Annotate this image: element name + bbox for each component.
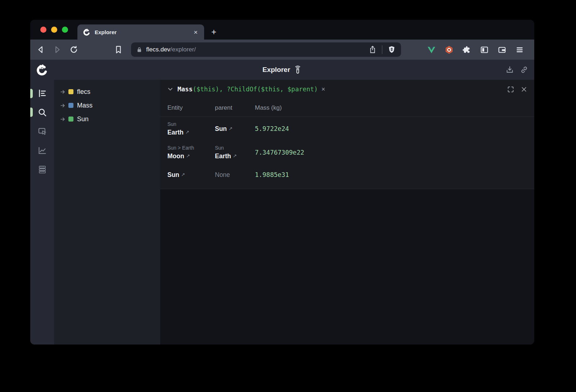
entity-link[interactable]: Earth↗	[167, 128, 215, 137]
query-header: Mass($this), ?ChildOf($this, $parent) ×	[160, 80, 534, 99]
minimize-window-button[interactable]	[51, 27, 57, 33]
entity-color-swatch	[68, 89, 73, 94]
column-header-mass: Mass (kg)	[255, 104, 534, 111]
app-header: Explorer	[30, 60, 534, 80]
header-actions	[505, 65, 528, 74]
mass-value: 7.34767309e22	[255, 149, 534, 156]
table-row: Sun > Earth Moon↗ Sun Earth↗ 7.34767309e…	[160, 141, 534, 164]
extensions-puzzle-icon[interactable]	[462, 45, 471, 54]
browser-toolbar: flecs.dev/explorer/	[30, 40, 534, 60]
entity-link[interactable]: Moon↗	[167, 151, 215, 161]
tab-title: Explorer	[95, 29, 192, 35]
vue-devtools-icon[interactable]	[427, 45, 436, 54]
maximize-window-button[interactable]	[62, 27, 68, 33]
toolbar-divider	[382, 45, 383, 54]
icon-sidebar	[30, 80, 54, 345]
fullscreen-icon[interactable]	[507, 86, 514, 93]
table-header-row: Entity parent Mass (kg)	[160, 99, 534, 117]
main-content: flecs Mass Sun	[30, 80, 534, 345]
entity-path: Sun	[167, 120, 215, 128]
extensions-area	[427, 45, 524, 54]
inspector-icon[interactable]	[37, 127, 47, 136]
tab-explorer[interactable]: Explorer ×	[77, 24, 204, 40]
external-link-icon: ↗	[185, 128, 189, 137]
chart-icon[interactable]	[37, 146, 47, 155]
tree-item-flecs[interactable]: flecs	[54, 85, 160, 99]
entity-tree-panel: flecs Mass Sun	[54, 80, 160, 345]
query-panel: Mass($this), ?ChildOf($this, $parent) × …	[160, 80, 534, 345]
share-icon[interactable]	[368, 45, 377, 54]
query-term-childof: ?ChildOf	[227, 86, 257, 93]
download-icon[interactable]	[505, 65, 514, 74]
tree-item-label: Mass	[77, 102, 93, 109]
tree-item-label: flecs	[77, 88, 90, 96]
active-indicator-search	[30, 108, 33, 117]
menu-hamburger-icon[interactable]	[515, 45, 524, 54]
query-term-args1: ($this),	[193, 86, 227, 93]
parent-link[interactable]: Sun↗	[215, 124, 255, 133]
parent-none-value: None	[215, 171, 255, 179]
query-clear-icon[interactable]: ×	[321, 86, 325, 93]
expand-arrow-icon[interactable]	[60, 89, 66, 95]
forward-icon[interactable]	[53, 45, 62, 54]
active-indicator-tree	[30, 89, 33, 98]
search-icon[interactable]	[37, 108, 47, 117]
expand-arrow-icon[interactable]	[60, 116, 66, 122]
external-link-icon: ↗	[181, 170, 185, 179]
query-panel-empty-area	[160, 189, 534, 345]
tree-item-sun[interactable]: Sun	[54, 112, 160, 126]
query-results-table: Entity parent Mass (kg) Sun Earth↗ Sun↗	[160, 99, 534, 189]
brave-shield-icon[interactable]	[387, 45, 396, 54]
url-text[interactable]: flecs.dev/explorer/	[146, 46, 368, 53]
page-title: Explorer	[262, 66, 290, 74]
entity-color-swatch	[68, 117, 73, 122]
url-path: /explorer/	[170, 46, 196, 53]
reload-icon[interactable]	[69, 45, 78, 54]
link-icon[interactable]	[520, 65, 528, 74]
address-bar[interactable]: flecs.dev/explorer/	[131, 42, 401, 57]
tab-close-icon[interactable]: ×	[192, 28, 199, 36]
close-panel-icon[interactable]	[520, 86, 528, 93]
lock-icon	[136, 46, 143, 53]
close-window-button[interactable]	[40, 27, 46, 33]
tree-view-icon[interactable]	[37, 88, 47, 98]
query-expression[interactable]: Mass($this), ?ChildOf($this, $parent)	[177, 86, 318, 93]
table-row: Sun Earth↗ Sun↗ 5.9722e24	[160, 117, 534, 141]
wallet-icon[interactable]	[498, 45, 507, 54]
app-title-group: Explorer	[30, 65, 534, 74]
tab-bar: Explorer × +	[30, 20, 534, 40]
remote-connection-icon	[293, 65, 302, 74]
table-row: Sun↗ None 1.9885e31	[160, 164, 534, 185]
stats-icon[interactable]	[37, 165, 47, 174]
column-header-parent: parent	[215, 104, 255, 111]
traffic-lights	[40, 27, 68, 33]
expand-arrow-icon[interactable]	[60, 102, 66, 109]
flecs-favicon-icon	[82, 28, 91, 36]
mass-value: 1.9885e31	[255, 171, 534, 178]
column-header-entity: Entity	[167, 104, 215, 111]
chevron-down-icon[interactable]	[167, 86, 174, 93]
external-link-icon: ↗	[233, 151, 237, 161]
flecs-logo-icon	[35, 63, 49, 77]
new-tab-button[interactable]: +	[211, 28, 216, 36]
external-link-icon: ↗	[186, 151, 190, 161]
tree-item-label: Sun	[77, 115, 89, 123]
mass-value: 5.9722e24	[255, 125, 534, 132]
entity-color-swatch	[68, 103, 73, 108]
query-term-args2: ($this, $parent)	[257, 86, 318, 93]
query-panel-actions	[507, 86, 528, 93]
parent-path: Sun	[215, 144, 255, 151]
query-term-mass: Mass	[177, 86, 193, 93]
sidebar-toggle-icon[interactable]	[480, 45, 489, 54]
hexagon-extension-icon[interactable]	[445, 45, 454, 54]
url-domain: flecs.dev	[146, 46, 170, 53]
entity-path: Sun > Earth	[167, 144, 215, 151]
tree-item-mass[interactable]: Mass	[54, 99, 160, 112]
back-icon[interactable]	[36, 45, 45, 54]
browser-window: Explorer × + flecs.dev/explorer/	[30, 20, 534, 345]
parent-link[interactable]: Earth↗	[215, 151, 255, 161]
entity-link[interactable]: Sun↗	[167, 170, 215, 179]
bookmark-icon[interactable]	[114, 45, 123, 54]
external-link-icon: ↗	[229, 124, 233, 133]
